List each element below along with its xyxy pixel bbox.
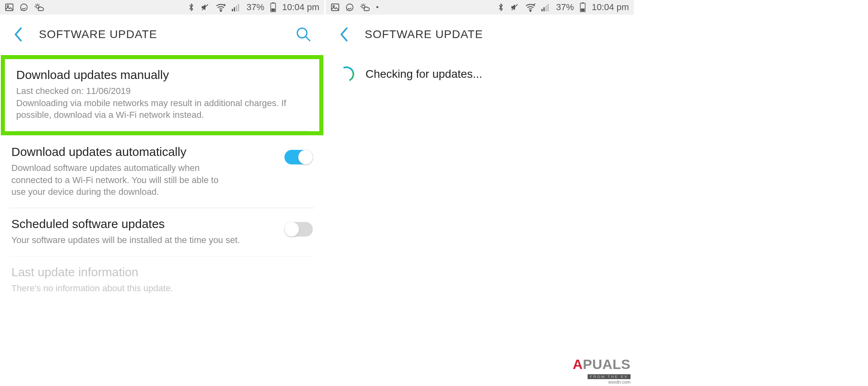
setting-download-auto[interactable]: Download updates automatically Download … bbox=[0, 136, 324, 208]
signal-icon bbox=[541, 3, 550, 11]
setting-subtext: Your software updates will be installed … bbox=[11, 234, 276, 246]
svg-rect-20 bbox=[545, 6, 547, 11]
setting-subtext: Download software updates automatically … bbox=[11, 162, 222, 198]
svg-rect-24 bbox=[581, 9, 585, 12]
watermark-site: wsxdn.com bbox=[573, 380, 631, 384]
screenshot-right: • 37% 10:04 pm SOFTWARE UPDATE Checking … bbox=[326, 0, 634, 386]
setting-scheduled-updates[interactable]: Scheduled software updates Your software… bbox=[0, 208, 324, 256]
status-bar: 37% 10:04 pm bbox=[0, 0, 324, 15]
setting-subtext: There's no information about this update… bbox=[11, 282, 313, 294]
last-checked-text: Last checked on: 11/06/2019 bbox=[16, 86, 131, 96]
svg-point-12 bbox=[297, 28, 307, 38]
svg-rect-11 bbox=[272, 9, 275, 12]
setting-textcol: Scheduled software updates Your software… bbox=[11, 217, 276, 246]
clock-text: 10:04 pm bbox=[282, 2, 319, 13]
wifi-icon bbox=[525, 3, 536, 12]
setting-subtext: Last checked on: 11/06/2019 Downloading … bbox=[16, 85, 308, 121]
toggle-download-auto[interactable] bbox=[284, 150, 313, 164]
svg-rect-5 bbox=[232, 9, 233, 11]
status-bar: • 37% 10:04 pm bbox=[326, 0, 634, 15]
svg-point-4 bbox=[220, 10, 222, 11]
svg-rect-19 bbox=[543, 7, 545, 11]
watermark-letter: A bbox=[573, 356, 583, 372]
warning-text: Downloading via mobile networks may resu… bbox=[16, 98, 286, 120]
svg-point-1 bbox=[7, 5, 9, 7]
whatsapp-icon bbox=[19, 3, 28, 12]
toggle-scheduled-updates[interactable] bbox=[284, 222, 313, 237]
svg-point-14 bbox=[333, 5, 335, 7]
clock-text: 10:04 pm bbox=[592, 2, 629, 13]
watermark-brand: APUALS bbox=[573, 356, 631, 372]
signal-icon bbox=[232, 3, 241, 11]
mute-icon bbox=[200, 3, 210, 12]
divider bbox=[15, 131, 310, 131]
blank-fill bbox=[634, 0, 868, 386]
setting-download-manual[interactable]: Download updates manually Last checked o… bbox=[5, 59, 319, 131]
battery-percent-text: 37% bbox=[556, 2, 574, 13]
status-right-icons: 37% 10:04 pm bbox=[188, 2, 319, 13]
bluetooth-icon bbox=[498, 3, 504, 12]
svg-rect-21 bbox=[547, 4, 549, 11]
wifi-icon bbox=[216, 3, 226, 12]
back-button[interactable] bbox=[10, 25, 27, 44]
status-left-icons bbox=[5, 3, 45, 12]
setting-title: Scheduled software updates bbox=[11, 217, 276, 231]
status-right-icons: 37% 10:04 pm bbox=[498, 2, 629, 13]
mute-icon bbox=[510, 3, 520, 12]
screenshot-left: 37% 10:04 pm SOFTWARE UPDATE Download up… bbox=[0, 0, 324, 386]
svg-rect-6 bbox=[234, 7, 235, 11]
back-button[interactable] bbox=[336, 25, 353, 44]
spinner-icon bbox=[339, 66, 354, 82]
svg-rect-7 bbox=[236, 6, 237, 11]
svg-rect-18 bbox=[541, 9, 543, 11]
weather-icon bbox=[34, 3, 45, 12]
checking-text: Checking for updates... bbox=[366, 68, 482, 81]
whatsapp-icon bbox=[345, 3, 354, 12]
watermark: APUALS FROM THE EX wsxdn.com bbox=[573, 356, 631, 384]
status-left-icons: • bbox=[331, 3, 378, 12]
page-title: SOFTWARE UPDATE bbox=[39, 28, 280, 41]
setting-last-update-info[interactable]: Last update information There's no infor… bbox=[0, 256, 324, 294]
weather-icon bbox=[360, 3, 370, 12]
setting-textcol: Download updates automatically Download … bbox=[11, 145, 276, 198]
battery-percent-text: 37% bbox=[246, 2, 264, 13]
settings-list: Download updates manually Last checked o… bbox=[0, 54, 324, 386]
gallery-icon bbox=[331, 3, 340, 12]
search-button[interactable] bbox=[293, 23, 314, 45]
app-header: SOFTWARE UPDATE bbox=[0, 15, 324, 54]
app-header: SOFTWARE UPDATE bbox=[326, 15, 634, 54]
dot-icon: • bbox=[376, 3, 378, 12]
gallery-icon bbox=[5, 3, 14, 12]
setting-title: Last update information bbox=[11, 265, 313, 279]
toggle-knob bbox=[298, 150, 313, 164]
battery-icon bbox=[579, 2, 586, 12]
setting-title: Download updates automatically bbox=[11, 145, 276, 159]
svg-rect-8 bbox=[238, 4, 239, 11]
battery-icon bbox=[270, 2, 276, 12]
divider bbox=[10, 256, 314, 256]
watermark-strip: FROM THE EX bbox=[588, 374, 631, 379]
highlight-download-manual: Download updates manually Last checked o… bbox=[1, 55, 323, 135]
svg-point-17 bbox=[530, 10, 531, 11]
bluetooth-icon bbox=[188, 3, 195, 12]
checking-row: Checking for updates... bbox=[326, 54, 634, 94]
toggle-knob bbox=[284, 222, 299, 237]
watermark-rest: PUALS bbox=[583, 356, 631, 372]
page-title: SOFTWARE UPDATE bbox=[365, 28, 624, 41]
setting-title: Download updates manually bbox=[16, 68, 308, 82]
